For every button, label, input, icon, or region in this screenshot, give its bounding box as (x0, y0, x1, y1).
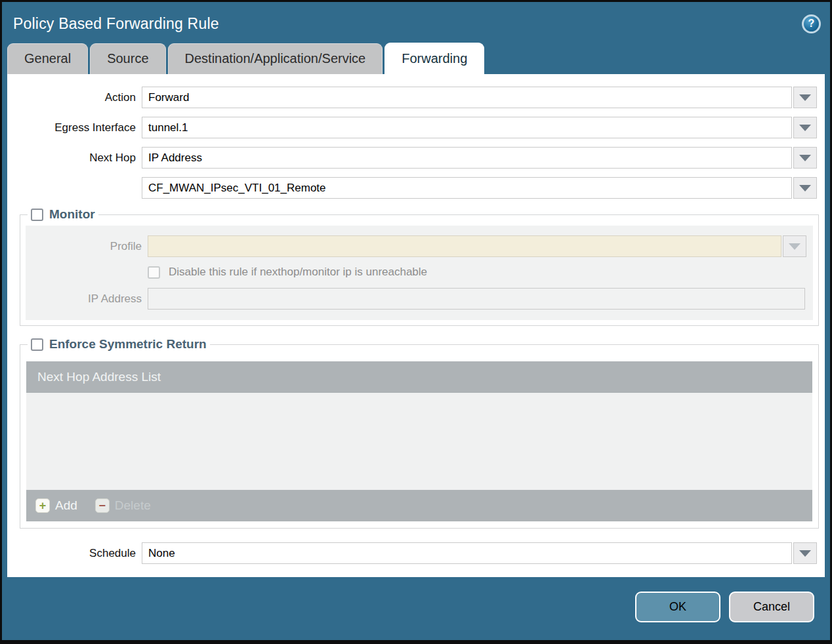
chevron-down-icon (789, 243, 801, 250)
action-select[interactable] (142, 87, 792, 108)
monitor-legend: Monitor (28, 207, 98, 222)
minus-icon: − (95, 498, 110, 513)
schedule-row: Schedule (7, 542, 817, 564)
table-toolbar: + Add − Delete (26, 490, 812, 521)
disable-rule-checkbox (148, 266, 160, 279)
next-hop-address-dropdown-button[interactable] (793, 177, 817, 199)
tab-general[interactable]: General (7, 43, 88, 74)
dialog-titlebar: Policy Based Forwarding Rule ? (2, 2, 830, 43)
chevron-down-icon (799, 94, 811, 101)
forwarding-tab-panel: Action Egress Interface Next Hop (7, 74, 825, 577)
profile-dropdown-button (783, 235, 806, 257)
delete-button-label: Delete (115, 498, 151, 513)
action-label: Action (7, 91, 136, 104)
table-header-label: Next Hop Address List (37, 370, 161, 384)
profile-label: Profile (26, 240, 142, 253)
monitor-ip-input (148, 288, 805, 310)
egress-interface-select[interactable] (142, 117, 792, 138)
monitor-ip-row: IP Address (26, 288, 806, 310)
chevron-down-icon (799, 125, 811, 131)
chevron-down-icon (799, 550, 811, 557)
plus-icon: + (35, 498, 50, 513)
tab-destination-application-service[interactable]: Destination/Application/Service (168, 43, 383, 74)
help-icon[interactable]: ? (802, 14, 821, 33)
egress-interface-row: Egress Interface (7, 117, 817, 138)
action-dropdown-button[interactable] (793, 87, 817, 108)
monitor-checkbox[interactable] (31, 209, 43, 221)
policy-forwarding-dialog: Policy Based Forwarding Rule ? General S… (0, 0, 832, 644)
dialog-footer: OK Cancel (2, 577, 830, 640)
enforce-symmetric-return-checkbox[interactable] (31, 338, 43, 351)
schedule-dropdown-button[interactable] (793, 542, 817, 564)
profile-row: Profile (26, 235, 806, 257)
egress-interface-label: Egress Interface (7, 121, 136, 134)
chevron-down-icon (799, 155, 811, 161)
next-hop-address-select[interactable] (142, 177, 792, 199)
profile-select (148, 235, 781, 257)
table-header: Next Hop Address List (26, 361, 812, 393)
schedule-select[interactable] (142, 542, 792, 564)
action-row: Action (7, 87, 817, 108)
cancel-button[interactable]: Cancel (729, 592, 814, 622)
schedule-label: Schedule (7, 547, 136, 560)
delete-button: − Delete (95, 498, 151, 513)
monitor-section: Monitor Profile Disable this rule if nex… (20, 207, 819, 326)
egress-interface-dropdown-button[interactable] (793, 117, 817, 138)
table-body-empty[interactable] (26, 393, 812, 490)
next-hop-address-list-table: Next Hop Address List + Add − Delete (26, 361, 812, 521)
next-hop-type-dropdown-button[interactable] (793, 147, 817, 169)
monitor-ip-label: IP Address (26, 292, 142, 306)
symmetric-return-legend: Enforce Symmetric Return (28, 337, 210, 352)
enforce-symmetric-return-section: Enforce Symmetric Return Next Hop Addres… (20, 337, 819, 529)
next-hop-type-select[interactable] (142, 147, 792, 169)
tab-forwarding[interactable]: Forwarding (385, 43, 484, 74)
disable-rule-row: Disable this rule if nexthop/monitor ip … (148, 266, 813, 279)
tab-source[interactable]: Source (90, 43, 165, 74)
next-hop-label: Next Hop (7, 151, 136, 165)
disable-rule-label: Disable this rule if nexthop/monitor ip … (169, 266, 427, 279)
tab-bar: General Source Destination/Application/S… (2, 43, 830, 74)
symmetric-return-legend-label: Enforce Symmetric Return (49, 337, 207, 352)
add-button[interactable]: + Add (35, 498, 77, 513)
dialog-title: Policy Based Forwarding Rule (13, 15, 219, 33)
chevron-down-icon (799, 185, 811, 191)
next-hop-row: Next Hop (7, 147, 817, 169)
ok-button[interactable]: OK (635, 592, 720, 622)
add-button-label: Add (55, 498, 77, 513)
next-hop-address-row (7, 177, 817, 199)
monitor-panel: Profile Disable this rule if nexthop/mon… (26, 226, 813, 320)
monitor-legend-label: Monitor (49, 207, 95, 222)
